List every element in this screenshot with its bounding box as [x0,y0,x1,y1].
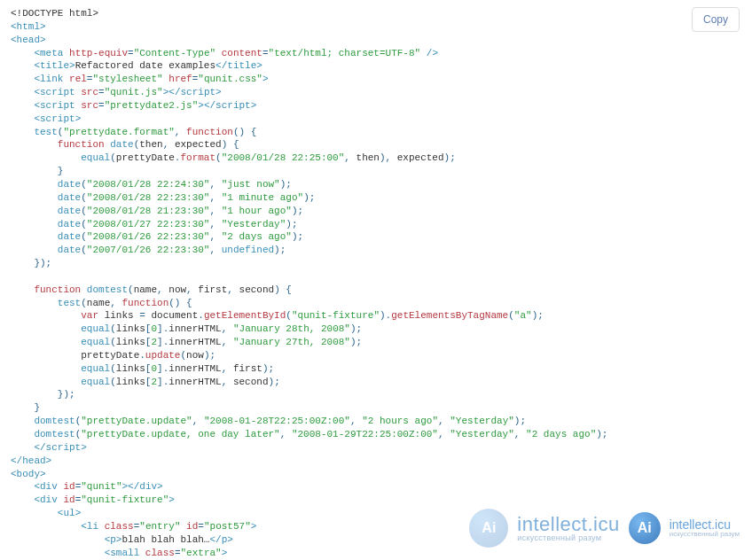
code-line: <head> [11,35,46,45]
watermark-small-text: intellect.icu [670,518,740,531]
watermark-small-sub: искусственный разум [670,531,740,538]
watermark: Ai intellect.icu искусственный разум Ai … [469,509,740,548]
watermark-sub-text: искусственный разум [517,534,619,542]
watermark-large-text: intellect.icu [517,515,619,534]
copy-button[interactable]: Copy [692,7,740,32]
watermark-icon: Ai [469,509,508,548]
code-line: <html> [11,21,46,32]
code-line: <!DOCTYPE html> [11,8,98,19]
watermark-small-icon: Ai [629,512,661,544]
code-block: <!DOCTYPE html> <html> <head> <meta http… [11,7,741,560]
